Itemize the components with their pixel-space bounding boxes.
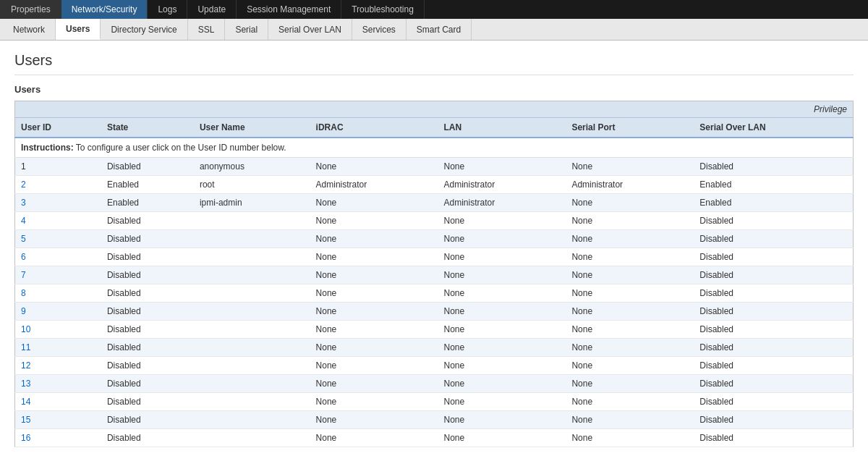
cell-user-id[interactable]: 5 (15, 230, 101, 248)
cell-idrac: None (310, 230, 438, 248)
top-nav-item-properties[interactable]: Properties (0, 0, 61, 19)
top-nav-item-update[interactable]: Update (187, 0, 237, 19)
cell-serial-over-lan: Enabled (694, 194, 853, 212)
cell-user-name (194, 429, 310, 447)
cell-state: Disabled (101, 266, 194, 284)
user-id-link[interactable]: 16 (21, 433, 30, 443)
cell-state: Disabled (101, 230, 194, 248)
cell-serial-port: None (566, 158, 694, 176)
cell-state: Enabled (101, 194, 194, 212)
user-id-link[interactable]: 12 (21, 360, 30, 371)
cell-user-id[interactable]: 11 (15, 339, 101, 357)
sub-navigation: NetworkUsersDirectory ServiceSSLSerialSe… (0, 19, 868, 41)
sub-nav-item-directory-service[interactable]: Directory Service (101, 19, 187, 40)
cell-user-id[interactable]: 14 (15, 393, 101, 411)
cell-user-name: root (194, 176, 310, 194)
cell-lan: Administrator (438, 176, 566, 194)
cell-user-id[interactable]: 9 (15, 303, 101, 321)
cell-lan: None (438, 357, 566, 375)
cell-user-id[interactable]: 4 (15, 212, 101, 230)
cell-state: Disabled (101, 393, 194, 411)
cell-user-id[interactable]: 7 (15, 266, 101, 284)
cell-serial-over-lan: Disabled (694, 375, 853, 393)
cell-user-id[interactable]: 8 (15, 284, 101, 303)
cell-user-id[interactable]: 2 (15, 176, 101, 194)
sub-nav-item-ssl[interactable]: SSL (188, 19, 226, 40)
cell-lan: None (438, 284, 566, 303)
cell-user-id[interactable]: 13 (15, 375, 101, 393)
user-id-link[interactable]: 4 (21, 216, 26, 226)
top-nav-item-session-management[interactable]: Session Management (237, 0, 341, 19)
cell-serial-port: None (566, 194, 694, 212)
cell-state: Disabled (101, 375, 194, 393)
user-id-link[interactable]: 2 (21, 179, 26, 190)
user-id-link[interactable]: 11 (21, 342, 30, 352)
table-row: 8DisabledNoneNoneNoneDisabled (15, 284, 854, 303)
top-nav-item-network-security[interactable]: Network/Security (61, 0, 148, 19)
cell-idrac: None (310, 339, 438, 357)
cell-serial-port: None (566, 411, 694, 429)
cell-idrac: None (310, 411, 438, 429)
table-row: 1DisabledanonymousNoneNoneNoneDisabled (15, 158, 854, 176)
sub-nav-item-services[interactable]: Services (352, 19, 407, 40)
user-id-link[interactable]: 9 (21, 306, 26, 316)
cell-lan: None (438, 212, 566, 230)
cell-serial-port: None (566, 303, 694, 321)
user-id-link[interactable]: 3 (21, 198, 26, 208)
table-row: 11DisabledNoneNoneNoneDisabled (15, 339, 854, 357)
cell-user-name (194, 375, 310, 393)
user-id-link[interactable]: 8 (21, 288, 26, 298)
col-header-state: State (101, 118, 194, 138)
cell-serial-over-lan: Disabled (694, 429, 853, 447)
cell-serial-over-lan: Disabled (694, 339, 853, 357)
top-navigation: PropertiesNetwork/SecurityLogsUpdateSess… (0, 0, 868, 19)
cell-user-id[interactable]: 15 (15, 411, 101, 429)
table-row: 7DisabledNoneNoneNoneDisabled (15, 266, 854, 284)
cell-idrac: None (310, 194, 438, 212)
cell-user-id[interactable]: 16 (15, 429, 101, 447)
cell-lan: Administrator (438, 194, 566, 212)
cell-serial-over-lan: Disabled (694, 411, 853, 429)
cell-state: Enabled (101, 176, 194, 194)
cell-lan: None (438, 339, 566, 357)
cell-user-id[interactable]: 3 (15, 194, 101, 212)
sub-nav-item-network[interactable]: Network (3, 19, 56, 40)
cell-state: Disabled (101, 303, 194, 321)
sub-nav-item-users[interactable]: Users (56, 19, 101, 40)
cell-state: Disabled (101, 248, 194, 266)
cell-serial-over-lan: Disabled (694, 393, 853, 411)
cell-serial-over-lan: Disabled (694, 248, 853, 266)
cell-user-id[interactable]: 6 (15, 248, 101, 266)
cell-user-id[interactable]: 12 (15, 357, 101, 375)
table-row: 9DisabledNoneNoneNoneDisabled (15, 303, 854, 321)
cell-serial-port: None (566, 393, 694, 411)
table-header-row: User ID State User Name iDRAC LAN Serial… (15, 118, 854, 138)
top-nav-item-troubleshooting[interactable]: Troubleshooting (341, 0, 425, 19)
privilege-row: Privilege (15, 101, 854, 118)
cell-lan: None (438, 303, 566, 321)
user-id-link[interactable]: 15 (21, 415, 30, 425)
user-id-link[interactable]: 13 (21, 379, 30, 389)
instructions-label: Instructions: (21, 143, 74, 153)
cell-idrac: None (310, 393, 438, 411)
cell-serial-port: None (566, 230, 694, 248)
page-title: Users (14, 52, 854, 75)
sub-nav-item-serial[interactable]: Serial (225, 19, 268, 40)
user-id-link[interactable]: 10 (21, 324, 30, 334)
user-id-link[interactable]: 6 (21, 252, 26, 262)
instructions-text-content: To configure a user click on the User ID… (76, 143, 286, 153)
sub-nav-item-smart-card[interactable]: Smart Card (407, 19, 472, 40)
user-id-link[interactable]: 7 (21, 270, 26, 280)
cell-user-id[interactable]: 10 (15, 321, 101, 339)
cell-serial-over-lan: Disabled (694, 357, 853, 375)
col-header-idrac: iDRAC (310, 118, 438, 138)
cell-user-name (194, 266, 310, 284)
cell-idrac: None (310, 158, 438, 176)
user-id-link[interactable]: 14 (21, 397, 30, 407)
sub-nav-item-serial-over-lan[interactable]: Serial Over LAN (268, 19, 352, 40)
top-nav-item-logs[interactable]: Logs (148, 0, 187, 19)
table-row: 5DisabledNoneNoneNoneDisabled (15, 230, 854, 248)
cell-idrac: None (310, 212, 438, 230)
instructions-row: Instructions: To configure a user click … (15, 138, 854, 158)
user-id-link[interactable]: 5 (21, 234, 26, 244)
